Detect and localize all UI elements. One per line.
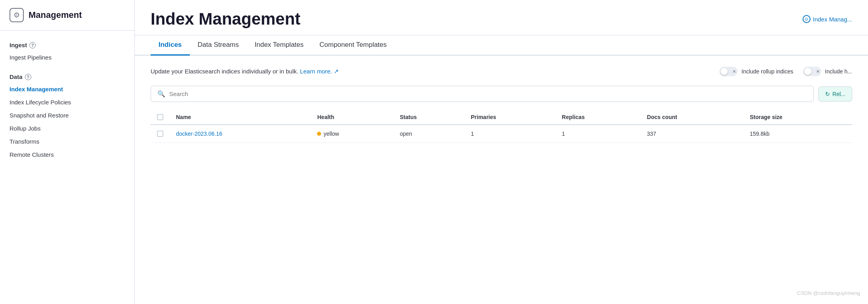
data-help-icon[interactable]: ? (25, 74, 31, 80)
toggle-hidden-indices: ✕ Include h... (803, 67, 853, 76)
row-health: yellow (311, 125, 393, 143)
content-area: Update your Elasticsearch indices indivi… (135, 56, 868, 304)
row-checkbox[interactable] (157, 131, 163, 137)
row-storage-size: 159.8kb (744, 125, 852, 143)
sidebar-title: Management (29, 10, 82, 20)
tab-data-streams[interactable]: Data Streams (190, 35, 247, 56)
row-status: open (394, 125, 465, 143)
col-storage-size: Storage size (744, 110, 852, 125)
sidebar-item-index-lifecycle-policies[interactable]: Index Lifecycle Policies (0, 96, 134, 109)
search-input[interactable] (169, 90, 807, 97)
sidebar-header: ⚙ Management (0, 0, 134, 31)
sidebar-section-ingest: Ingest ? (0, 37, 134, 51)
description-text: Update your Elasticsearch indices indivi… (151, 67, 339, 76)
row-name: docker-2023.06.16 (170, 125, 311, 143)
toggle-rollup-switch[interactable]: ✕ (719, 67, 738, 76)
reload-button[interactable]: ↻ Rel... (818, 87, 852, 102)
search-box: 🔍 (151, 86, 814, 102)
sidebar-item-remote-clusters[interactable]: Remote Clusters (0, 148, 134, 161)
tab-indices[interactable]: Indices (151, 35, 190, 56)
toggle-rollup-label: Include rollup indices (742, 68, 793, 75)
tab-component-templates[interactable]: Component Templates (312, 35, 395, 56)
reload-icon: ↻ (825, 91, 830, 97)
toggle-hidden-knob (804, 68, 811, 75)
col-checkbox (151, 110, 170, 125)
row-primaries: 1 (465, 125, 556, 143)
index-link[interactable]: docker-2023.06.16 (176, 131, 222, 137)
search-row: 🔍 ↻ Rel... (151, 86, 852, 102)
breadcrumb-link[interactable]: ⊙ Index Manag... (803, 15, 852, 23)
breadcrumb-icon: ⊙ (803, 15, 811, 23)
search-icon: 🔍 (157, 90, 165, 98)
toggle-rollup-indices: ✕ Include rollup indices (719, 67, 793, 76)
page-header: Index Management ⊙ Index Manag... (135, 0, 868, 35)
row-docs-count: 337 (640, 125, 743, 143)
col-primaries: Primaries (465, 110, 556, 125)
ingest-help-icon[interactable]: ? (29, 42, 36, 48)
health-dot (317, 132, 321, 136)
main-content: Index Management ⊙ Index Manag... Indice… (135, 0, 868, 304)
sidebar-item-rollup-jobs[interactable]: Rollup Jobs (0, 122, 134, 135)
description-row: Update your Elasticsearch indices indivi… (151, 67, 852, 76)
select-all-checkbox[interactable] (157, 114, 163, 120)
sidebar: ⚙ Management Ingest ? Ingest Pipelines D… (0, 0, 135, 304)
sidebar-section-data: Data ? (0, 69, 134, 83)
page-title: Index Management (151, 10, 300, 29)
table-row: docker-2023.06.16 yellow open 1 1 337 15… (151, 125, 852, 143)
col-status: Status (394, 110, 465, 125)
sidebar-item-index-management[interactable]: Index Management (0, 83, 134, 96)
row-replicas: 1 (556, 125, 641, 143)
toggle-hidden-label: Include h... (825, 68, 853, 75)
sidebar-nav: Ingest ? Ingest Pipelines Data ? Index M… (0, 31, 134, 304)
row-checkbox-cell (151, 125, 170, 143)
sidebar-item-snapshot-and-restore[interactable]: Snapshot and Restore (0, 109, 134, 122)
toggle-group: ✕ Include rollup indices ✕ Include h... (719, 67, 852, 76)
col-docs-count: Docs count (640, 110, 743, 125)
indices-table: Name Health Status Primaries Replicas Do… (151, 110, 852, 143)
watermark: CSDN @csdnfanguyinheng (797, 290, 860, 296)
toggle-rollup-knob (721, 68, 728, 75)
breadcrumb-label: Index Manag... (813, 16, 852, 23)
col-health: Health (311, 110, 393, 125)
tabs-container: Indices Data Streams Index Templates Com… (135, 35, 868, 56)
col-replicas: Replicas (556, 110, 641, 125)
sidebar-item-ingest-pipelines[interactable]: Ingest Pipelines (0, 51, 134, 64)
tab-index-templates[interactable]: Index Templates (247, 35, 312, 56)
reload-label: Rel... (832, 91, 845, 97)
col-name: Name (170, 110, 311, 125)
learn-more-link[interactable]: Learn more. ↗ (300, 68, 339, 75)
management-icon: ⚙ (10, 8, 24, 22)
sidebar-item-transforms[interactable]: Transforms (0, 135, 134, 148)
toggle-hidden-switch[interactable]: ✕ (803, 67, 821, 76)
